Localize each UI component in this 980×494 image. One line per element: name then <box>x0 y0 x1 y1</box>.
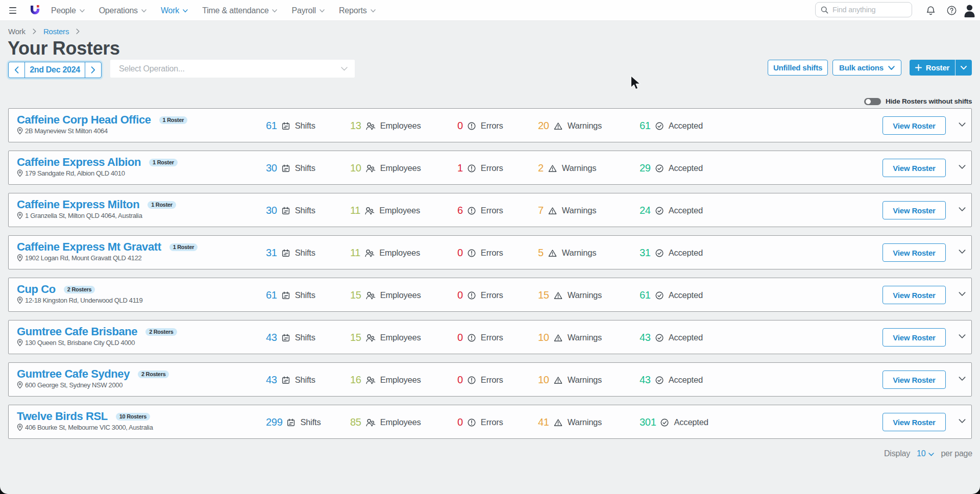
view-roster-button[interactable]: View Roster <box>883 243 946 262</box>
warnings-triangle-icon <box>548 249 557 257</box>
stat-accepted: 43 Accepted <box>640 320 703 355</box>
roster-card: Caffeine Express Milton 1 Roster 1 Granz… <box>8 193 972 227</box>
view-roster-button[interactable]: View Roster <box>883 116 946 135</box>
select-operation-dropdown[interactable]: Select Operation... <box>110 60 355 78</box>
errors-label: Errors <box>481 375 503 385</box>
notifications-bell-icon[interactable] <box>926 6 936 16</box>
roster-name-link[interactable]: Gumtree Cafe Sydney <box>17 367 130 381</box>
employees-count: 16 <box>350 374 361 386</box>
bulk-actions-button[interactable]: Bulk actions <box>832 60 901 76</box>
expand-card-chevron-icon[interactable] <box>959 377 966 381</box>
nav-payroll[interactable]: Payroll <box>291 6 325 15</box>
accepted-check-icon <box>660 418 669 427</box>
view-roster-button[interactable]: View Roster <box>883 159 946 177</box>
unfilled-shifts-button[interactable]: Unfilled shifts <box>768 60 828 76</box>
stat-accepted: 301 Accepted <box>640 405 708 439</box>
warnings-count: 41 <box>538 416 549 428</box>
breadcrumb-rosters[interactable]: Rosters <box>43 27 69 36</box>
stat-employees: 11 Employees <box>350 236 420 270</box>
expand-card-chevron-icon[interactable] <box>959 334 966 339</box>
view-roster-button[interactable]: View Roster <box>883 413 946 431</box>
search-icon <box>821 6 828 14</box>
accepted-label: Accepted <box>669 375 703 385</box>
hamburger-menu-icon[interactable] <box>9 7 16 14</box>
accepted-label: Accepted <box>669 333 703 342</box>
accepted-count: 43 <box>640 374 651 386</box>
shifts-calendar-icon <box>287 418 295 427</box>
expand-card-chevron-icon[interactable] <box>959 122 966 127</box>
roster-card: Cup Co 2 Rosters 12-18 Kingston Rd, Unde… <box>8 278 972 312</box>
roster-address: 600 George St, Sydney NSW 2000 <box>25 381 122 389</box>
roster-name-link[interactable]: Caffeine Express Albion <box>17 156 141 169</box>
global-search[interactable] <box>815 2 912 17</box>
page-title: Your Rosters <box>8 38 120 59</box>
accepted-label: Accepted <box>669 206 703 215</box>
hide-rosters-toggle[interactable] <box>864 98 881 105</box>
view-roster-button[interactable]: View Roster <box>883 328 946 347</box>
roster-count-badge: 2 Rosters <box>64 286 95 293</box>
new-roster-button[interactable]: Roster <box>910 60 955 76</box>
roster-name-link[interactable]: Caffeine Express Milton <box>17 198 139 211</box>
search-input[interactable] <box>832 6 904 14</box>
errors-label: Errors <box>481 417 503 427</box>
view-roster-button[interactable]: View Roster <box>883 201 946 219</box>
roster-address: 179 Sandgate Rd, Albion QLD 4010 <box>25 169 125 177</box>
expand-card-chevron-icon[interactable] <box>959 165 966 169</box>
accepted-check-icon <box>655 249 664 257</box>
new-roster-menu-button[interactable] <box>955 60 972 76</box>
stat-shifts: 61 Shifts <box>266 109 315 143</box>
workforce-logo[interactable] <box>30 5 40 16</box>
user-avatar[interactable] <box>963 4 976 17</box>
next-date-button[interactable] <box>85 62 101 78</box>
roster-name-link[interactable]: Cup Co <box>17 283 56 296</box>
roster-name-link[interactable]: Twelve Birds RSL <box>17 410 108 423</box>
errors-icon <box>468 334 476 342</box>
top-navigation-bar: PeopleOperationsWorkTime & attendancePay… <box>0 0 980 21</box>
shifts-label: Shifts <box>295 206 315 215</box>
employees-users-icon <box>365 249 374 257</box>
employees-label: Employees <box>380 163 421 173</box>
plus-icon <box>915 64 922 71</box>
previous-date-button[interactable] <box>9 62 25 78</box>
stat-employees: 15 Employees <box>350 320 421 355</box>
roster-name-link[interactable]: Gumtree Cafe Brisbane <box>17 325 137 338</box>
hide-rosters-toggle-label: Hide Rosters without shifts <box>886 97 972 105</box>
accepted-check-icon <box>655 122 664 130</box>
stat-shifts: 30 Shifts <box>266 151 315 185</box>
nav-people[interactable]: People <box>51 6 85 15</box>
expand-card-chevron-icon[interactable] <box>959 292 966 297</box>
nav-operations[interactable]: Operations <box>99 6 146 15</box>
expand-card-chevron-icon[interactable] <box>959 207 966 212</box>
roster-count-badge: 2 Rosters <box>138 370 169 378</box>
shifts-calendar-icon <box>282 164 290 172</box>
view-roster-button[interactable]: View Roster <box>883 370 946 389</box>
location-pin-icon <box>17 381 23 389</box>
expand-card-chevron-icon[interactable] <box>959 250 966 254</box>
roster-name-link[interactable]: Caffeine Express Mt Gravatt <box>17 240 161 254</box>
nav-time-attendance[interactable]: Time & attendance <box>202 6 277 15</box>
select-operation-placeholder: Select Operation... <box>119 64 341 73</box>
errors-count: 0 <box>457 247 463 259</box>
stat-errors: 6 Errors <box>457 193 503 228</box>
location-pin-icon <box>17 254 23 262</box>
roster-address-row: 12-18 Kingston Rd, Underwood QLD 4119 <box>17 297 142 304</box>
rosters-list: Caffeine Corp Head Office 1 Roster 2B Ma… <box>8 108 972 447</box>
expand-card-chevron-icon[interactable] <box>959 419 966 424</box>
nav-reports[interactable]: Reports <box>339 6 376 15</box>
shifts-label: Shifts <box>295 248 315 258</box>
employees-count: 10 <box>350 162 361 174</box>
roster-address-row: 130 Queen St, Brisbane City QLD 4000 <box>17 339 135 347</box>
breadcrumb-work[interactable]: Work <box>8 27 26 36</box>
page-size-select[interactable]: 10 <box>917 449 934 458</box>
shifts-label: Shifts <box>295 333 315 342</box>
help-icon[interactable] <box>947 6 957 15</box>
stat-warnings: 5 Warnings <box>538 236 596 270</box>
current-date-label[interactable]: 2nd Dec 2024 <box>25 62 85 78</box>
stat-accepted: 31 Accepted <box>640 236 703 270</box>
chevron-down-icon <box>961 66 967 70</box>
nav-work[interactable]: Work <box>161 6 188 15</box>
view-roster-button[interactable]: View Roster <box>883 286 946 304</box>
roster-address: 2B Mayneview St Milton 4064 <box>25 127 108 135</box>
errors-label: Errors <box>481 333 503 342</box>
roster-name-link[interactable]: Caffeine Corp Head Office <box>17 113 151 127</box>
